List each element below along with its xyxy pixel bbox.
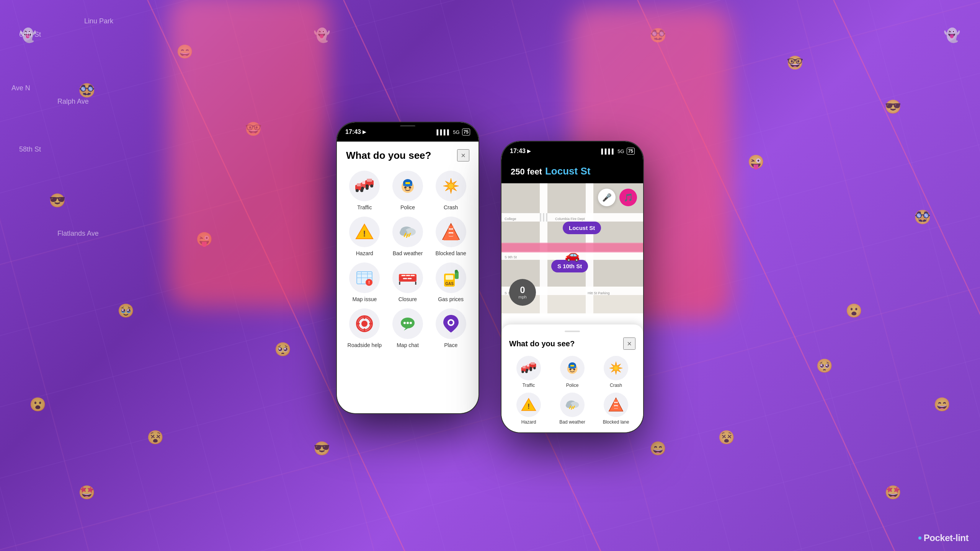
right-traffic-icon xyxy=(521,362,537,375)
police-icon-circle xyxy=(392,171,423,201)
right-crash-icon xyxy=(608,360,624,376)
modal-title: What do you see? xyxy=(346,150,431,161)
closure-label: Closure xyxy=(399,296,417,302)
right-phone-screen: 17:43 ▶ ▌▌▌▌ 5G 75 250 feet Locust St xyxy=(501,142,643,432)
svg-point-91 xyxy=(529,367,532,369)
gas-prices-icon-circle: GAS xyxy=(436,262,466,293)
svg-point-6 xyxy=(361,187,364,190)
right-traffic-label: Traffic xyxy=(523,383,535,388)
svg-text:!: ! xyxy=(368,280,370,285)
place-item[interactable]: Place xyxy=(432,308,469,348)
svg-rect-48 xyxy=(364,328,365,331)
right-blocked-lane-icon xyxy=(608,397,624,412)
police-item[interactable]: Police xyxy=(389,171,426,210)
gas-prices-item[interactable]: GAS Gas prices xyxy=(432,262,469,302)
roadside-help-item[interactable]: Roadside help xyxy=(346,308,383,348)
svg-text:!: ! xyxy=(363,229,366,238)
bad-weather-item[interactable]: Bad weather xyxy=(389,217,426,256)
watermark-dot xyxy=(918,536,921,540)
music-button[interactable]: 🎵 xyxy=(619,189,637,206)
right-bad-weather-icon xyxy=(564,398,580,412)
svg-rect-50 xyxy=(369,323,372,324)
svg-rect-17 xyxy=(405,182,410,184)
closure-icon xyxy=(398,270,417,285)
right-time: 17:43 ▶ xyxy=(510,148,531,155)
right-blocked-lane-icon-circle xyxy=(604,393,628,417)
phones-container: 17:43 ▶ ▌▌▌▌ 5G 75 What do you see? × xyxy=(0,0,980,551)
hazard-item[interactable]: ! Hazard xyxy=(346,217,383,256)
svg-text:GAS: GAS xyxy=(445,282,454,286)
right-crash-icon-circle xyxy=(604,356,628,380)
right-blocked-lane-item[interactable]: Blocked lane xyxy=(596,393,635,425)
watermark-text: Pocket-lint xyxy=(924,533,969,543)
right-status-right: ▌▌▌▌ 5G 75 xyxy=(601,148,635,155)
svg-text:!: ! xyxy=(528,402,530,410)
svg-rect-78 xyxy=(540,213,541,222)
gas-prices-label: Gas prices xyxy=(438,296,464,302)
left-time: 17:43 ▶ xyxy=(345,129,366,135)
svg-point-96 xyxy=(570,368,572,370)
svg-rect-27 xyxy=(449,226,453,228)
svg-point-92 xyxy=(533,367,536,369)
left-phone-screen: 17:43 ▶ ▌▌▌▌ 5G 75 What do you see? × xyxy=(337,122,479,413)
speed-indicator: 0 mph xyxy=(509,279,536,306)
bad-weather-label: Bad weather xyxy=(393,250,423,256)
map-chat-icon xyxy=(399,315,417,333)
map-area: College Columbia Fire Dept S 9th St S 10… xyxy=(501,183,643,313)
right-blocked-lane-label: Blocked lane xyxy=(603,419,629,425)
right-traffic-item[interactable]: Traffic xyxy=(509,356,548,388)
closure-icon-circle xyxy=(392,262,423,293)
left-status-right: ▌▌▌▌ 5G 75 xyxy=(436,129,470,135)
svg-point-105 xyxy=(566,403,572,408)
roadside-help-icon-circle xyxy=(349,308,380,339)
right-police-label: Police xyxy=(566,383,579,388)
roadside-help-icon xyxy=(355,315,374,333)
svg-point-97 xyxy=(573,368,575,370)
map-issue-item[interactable]: ! Map issue xyxy=(346,262,383,302)
svg-rect-49 xyxy=(357,323,360,324)
roadside-help-label: Roadside help xyxy=(348,342,382,348)
map-chat-icon-circle xyxy=(392,308,423,339)
modal-header: What do you see? × xyxy=(346,149,469,161)
svg-rect-98 xyxy=(570,365,574,367)
right-bad-weather-icon-circle xyxy=(560,393,585,417)
nav-distance: 250 feet xyxy=(511,167,542,177)
right-icon-grid: Traffic xyxy=(509,356,635,425)
traffic-label: Traffic xyxy=(357,204,372,210)
car-icon: 🚗 xyxy=(565,248,580,262)
locust-st-pill: Locust St xyxy=(563,222,601,234)
traffic-item[interactable]: Traffic xyxy=(346,171,383,210)
traffic-icon xyxy=(354,178,374,194)
modal-close-button[interactable]: × xyxy=(457,149,469,161)
crash-item[interactable]: Crash xyxy=(432,171,469,210)
hazard-icon-circle: ! xyxy=(349,217,380,247)
blocked-lane-icon xyxy=(442,223,460,241)
right-bad-weather-item[interactable]: Bad weather xyxy=(553,393,592,425)
blocked-lane-item[interactable]: Blocked lane xyxy=(432,217,469,256)
svg-point-57 xyxy=(449,321,453,324)
svg-rect-29 xyxy=(449,233,453,236)
right-police-item[interactable]: Police xyxy=(553,356,592,388)
right-crash-item[interactable]: Crash xyxy=(596,356,635,388)
bottom-modal-title: What do you see? xyxy=(509,339,575,348)
right-traffic-icon-circle xyxy=(516,356,541,380)
map-chat-item[interactable]: Map chat xyxy=(389,308,426,348)
svg-rect-28 xyxy=(449,230,453,232)
bottom-modal-handle xyxy=(565,331,580,332)
svg-point-2 xyxy=(356,189,359,192)
closure-item[interactable]: Closure xyxy=(389,262,426,302)
mic-button[interactable]: 🎤 xyxy=(598,189,616,206)
svg-rect-110 xyxy=(614,406,618,408)
svg-point-54 xyxy=(410,322,412,324)
svg-point-87 xyxy=(526,369,528,371)
svg-point-15 xyxy=(404,186,407,189)
svg-rect-47 xyxy=(364,316,365,319)
right-bad-weather-label: Bad weather xyxy=(559,419,585,425)
svg-rect-59 xyxy=(501,183,540,214)
bottom-modal-close-button[interactable]: × xyxy=(623,337,635,350)
blocked-lane-label: Blocked lane xyxy=(436,250,466,256)
watermark: Pocket-lint xyxy=(918,533,969,543)
svg-point-46 xyxy=(361,321,368,327)
right-crash-label: Crash xyxy=(610,383,622,388)
right-hazard-item[interactable]: ! Hazard xyxy=(509,393,548,425)
